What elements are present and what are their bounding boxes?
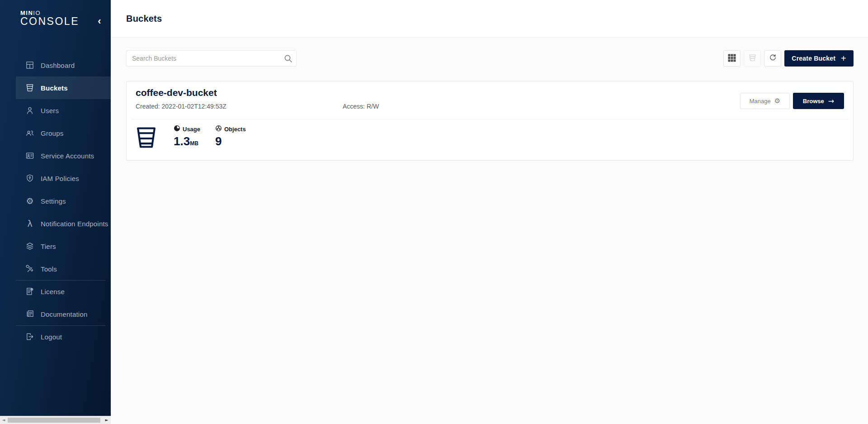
objects-label-row: Objects	[215, 125, 246, 133]
users-icon	[25, 105, 35, 115]
grid-view-button[interactable]	[723, 50, 741, 67]
usage-pie-icon	[174, 125, 180, 133]
sidebar-horizontal-scrollbar[interactable]: ◄ ►	[0, 416, 111, 424]
search-buckets-input[interactable]	[126, 50, 297, 67]
content-area: Create Bucket + coffee-dev-bucket Create…	[111, 38, 868, 161]
bucket-name-link[interactable]: coffee-dev-bucket	[136, 87, 217, 98]
sidebar-item-groups[interactable]: Groups	[0, 122, 111, 144]
search-icon	[283, 54, 292, 65]
sidebar-menu: Dashboard Buckets Users Groups Service A…	[0, 54, 111, 348]
usage-value: 1.3MB	[174, 135, 200, 149]
usage-stat: Usage 1.3MB	[174, 125, 200, 149]
manage-button[interactable]: Manage ⚙	[740, 93, 790, 109]
sidebar-item-iam-policies[interactable]: IAM Policies	[0, 167, 111, 190]
documentation-book-icon	[25, 309, 35, 319]
gear-icon: ⚙	[774, 97, 780, 105]
arrow-right-icon: →	[828, 97, 834, 105]
groups-icon	[25, 128, 35, 138]
objects-value: 9	[215, 135, 246, 147]
bucket-access-text: Access: R/W	[343, 103, 379, 110]
browse-button[interactable]: Browse →	[793, 93, 844, 109]
sidebar-item-buckets[interactable]: Buckets	[0, 76, 111, 99]
lambda-icon: λ	[25, 219, 35, 229]
plus-icon: +	[841, 54, 846, 62]
scrollbar-thumb[interactable]	[8, 418, 100, 423]
buckets-toolbar: Create Bucket +	[126, 50, 854, 67]
refresh-icon	[769, 53, 777, 63]
sidebar-item-dashboard[interactable]: Dashboard	[0, 54, 111, 76]
settings-gear-icon: ⚙	[25, 196, 35, 206]
tools-icon	[25, 264, 35, 274]
list-view-button[interactable]	[744, 50, 761, 67]
sidebar-item-users[interactable]: Users	[0, 99, 111, 122]
search-box	[126, 50, 297, 67]
sidebar-item-tiers[interactable]: Tiers	[0, 235, 111, 257]
bucket-created-text: Created: 2022-01-02T12:49:53Z	[136, 103, 226, 110]
chevron-left-icon: ‹	[98, 15, 101, 27]
sidebar-item-settings[interactable]: ⚙ Settings	[0, 190, 111, 212]
sidebar-item-logout[interactable]: Logout	[0, 325, 111, 348]
main-area: Buckets	[111, 0, 868, 424]
page-header: Buckets	[111, 0, 868, 38]
refresh-button[interactable]	[764, 50, 781, 67]
bucket-card: coffee-dev-bucket Created: 2022-01-02T12…	[126, 81, 854, 161]
scrollbar-left-arrow[interactable]: ◄	[1, 417, 6, 423]
sidebar-item-tools[interactable]: Tools	[0, 257, 111, 280]
objects-stat: Objects 9	[215, 125, 246, 147]
toolbar-actions: Create Bucket +	[723, 50, 854, 67]
usage-unit: MB	[190, 140, 198, 147]
sidebar-item-service-accounts[interactable]: Service Accounts	[0, 144, 111, 167]
sidebar: MINIO CONSOLE ‹ Dashboard Buckets Users …	[0, 0, 111, 416]
create-bucket-button[interactable]: Create Bucket +	[784, 50, 854, 67]
usage-label-row: Usage	[174, 125, 200, 133]
tiers-layers-icon	[25, 241, 35, 251]
logo-row: MINIO CONSOLE ‹	[0, 0, 111, 38]
buckets-icon	[25, 83, 35, 93]
service-accounts-icon	[25, 151, 35, 161]
bucket-icon	[136, 126, 157, 151]
list-view-bucket-icon	[748, 53, 757, 63]
logout-icon	[25, 332, 35, 342]
license-icon	[25, 286, 35, 296]
sidebar-item-notification-endpoints[interactable]: λ Notification Endpoints	[0, 212, 111, 235]
grid-view-icon	[728, 54, 736, 63]
iam-policies-icon	[25, 173, 35, 183]
dashboard-icon	[25, 60, 35, 70]
sidebar-collapse-button[interactable]: ‹	[94, 15, 105, 27]
page-title: Buckets	[126, 14, 162, 24]
sidebar-item-license[interactable]: License	[0, 280, 111, 303]
sidebar-item-documentation[interactable]: Documentation	[0, 303, 111, 325]
card-divider	[131, 119, 849, 119]
objects-segments-icon	[215, 125, 222, 133]
scrollbar-right-arrow[interactable]: ►	[104, 417, 109, 423]
